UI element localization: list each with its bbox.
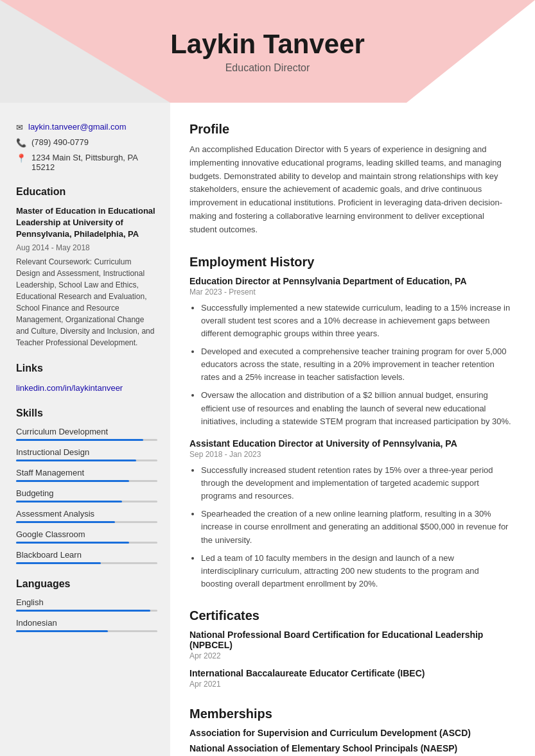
job-bullets: Successfully implemented a new statewide… xyxy=(189,302,513,428)
job-bullet: Successfully increased student retention… xyxy=(201,464,513,503)
phone-text: (789) 490-0779 xyxy=(31,137,89,147)
cert-date: Apr 2022 xyxy=(189,651,513,660)
employment-section-title: Employment History xyxy=(189,255,513,270)
location-icon: 📍 xyxy=(16,153,26,163)
education-section: Education Master of Education in Educati… xyxy=(16,186,157,348)
cert-date: Apr 2021 xyxy=(189,680,513,689)
job-bullet: Successfully implemented a new statewide… xyxy=(201,302,513,340)
phone-icon: 📞 xyxy=(16,138,26,148)
skill-item: Blackboard Learn xyxy=(16,550,157,564)
language-item: Indonesian xyxy=(16,618,157,632)
memberships-section-title: Memberships xyxy=(189,707,513,721)
profile-section-title: Profile xyxy=(189,122,513,137)
coursework-text: Curriculum Design and Assessment, Instru… xyxy=(16,257,154,347)
skill-item: Staff Management xyxy=(16,468,157,482)
skills-section-title: Skills xyxy=(16,408,157,419)
languages-section-title: Languages xyxy=(16,578,157,590)
contact-email: ✉ laykin.tanveer@gmail.com xyxy=(16,122,157,132)
candidate-title: Education Director xyxy=(170,62,365,74)
skill-item: Google Classroom xyxy=(16,529,157,544)
skills-section: Skills Curriculum Development Instructio… xyxy=(16,408,157,564)
job-bullet: Spearheaded the creation of a new online… xyxy=(201,508,513,546)
links-section: Links linkedin.com/in/laykintanveer xyxy=(16,363,157,393)
job-bullet: Oversaw the allocation and distribution … xyxy=(201,389,513,427)
skill-name: Staff Management xyxy=(16,468,157,477)
skill-bar-bg xyxy=(16,501,157,503)
skill-item: Assessment Analysis xyxy=(16,509,157,523)
skill-item: Curriculum Development xyxy=(16,427,157,441)
skill-name: Assessment Analysis xyxy=(16,509,157,519)
language-item: English xyxy=(16,597,157,612)
main-content: Profile An accomplished Education Direct… xyxy=(170,103,535,756)
certificates-section: Certificates National Professional Board… xyxy=(189,608,513,689)
education-section-title: Education xyxy=(16,186,157,198)
header-area: Laykin Tanveer Education Director xyxy=(0,0,535,103)
contact-phone: 📞 (789) 490-0779 xyxy=(16,137,157,148)
skill-bar-bg xyxy=(16,460,157,461)
language-bar-fill xyxy=(16,630,108,632)
certificates-section-title: Certificates xyxy=(189,608,513,623)
membership-item: Association for Supervision and Curricul… xyxy=(189,728,513,738)
header-content: Laykin Tanveer Education Director xyxy=(170,29,365,74)
memberships-section: Memberships Association for Supervision … xyxy=(189,707,513,753)
email-link[interactable]: laykin.tanveer@gmail.com xyxy=(28,122,127,132)
email-icon: ✉ xyxy=(16,123,23,132)
skills-list: Curriculum Development Instructional Des… xyxy=(16,427,157,564)
skill-name: Google Classroom xyxy=(16,529,157,539)
job-entry: Assistant Education Director at Universi… xyxy=(189,438,513,590)
job-title: Education Director at Pennsylvania Depar… xyxy=(189,276,513,286)
candidate-name: Laykin Tanveer xyxy=(170,29,365,60)
membership-item: National Association of Elementary Schoo… xyxy=(189,743,513,753)
job-entry: Education Director at Pennsylvania Depar… xyxy=(189,276,513,428)
memberships-list: Association for Supervision and Curricul… xyxy=(189,728,513,753)
contact-section: ✉ laykin.tanveer@gmail.com 📞 (789) 490-0… xyxy=(16,122,157,172)
contact-address: 📍 1234 Main St, Pittsburgh, PA 15212 xyxy=(16,153,157,172)
language-bar-bg xyxy=(16,630,157,632)
employment-section: Employment History Education Director at… xyxy=(189,255,513,591)
skill-item: Budgeting xyxy=(16,488,157,503)
language-name: English xyxy=(16,597,157,607)
links-section-title: Links xyxy=(16,363,157,374)
skill-bar-bg xyxy=(16,480,157,482)
job-bullet: Led a team of 10 faculty members in the … xyxy=(201,552,513,590)
resume-container: Laykin Tanveer Education Director ✉ layk… xyxy=(0,0,535,756)
skill-item: Instructional Design xyxy=(16,447,157,461)
header-triangle-right xyxy=(407,0,535,103)
skill-name: Budgeting xyxy=(16,488,157,498)
header-triangle-left xyxy=(0,0,170,103)
job-date: Sep 2018 - Jan 2023 xyxy=(189,450,513,459)
address-text: 1234 Main St, Pittsburgh, PA 15212 xyxy=(31,153,157,172)
language-name: Indonesian xyxy=(16,618,157,628)
linkedin-link[interactable]: linkedin.com/in/laykintanveer xyxy=(16,383,123,393)
skill-bar-fill xyxy=(16,501,122,503)
skill-name: Blackboard Learn xyxy=(16,550,157,560)
job-bullet: Developed and executed a comprehensive t… xyxy=(201,345,513,384)
body-layout: ✉ laykin.tanveer@gmail.com 📞 (789) 490-0… xyxy=(0,103,535,756)
job-date: Mar 2023 - Present xyxy=(189,288,513,296)
coursework-label: Relevant Coursework: xyxy=(16,257,92,266)
skill-bar-fill xyxy=(16,460,136,461)
skill-name: Curriculum Development xyxy=(16,427,157,436)
profile-section: Profile An accomplished Education Direct… xyxy=(189,122,513,237)
jobs-list: Education Director at Pennsylvania Depar… xyxy=(189,276,513,591)
edu-coursework: Relevant Coursework: Curriculum Design a… xyxy=(16,256,157,348)
certs-list: National Professional Board Certificatio… xyxy=(189,630,513,689)
skill-bar-fill xyxy=(16,439,143,441)
skill-bar-fill xyxy=(16,542,129,544)
skill-bar-bg xyxy=(16,439,157,441)
edu-degree: Master of Education in Educational Leade… xyxy=(16,205,157,241)
sidebar: ✉ laykin.tanveer@gmail.com 📞 (789) 490-0… xyxy=(0,103,170,756)
job-title: Assistant Education Director at Universi… xyxy=(189,438,513,449)
language-bar-bg xyxy=(16,610,157,612)
skill-bar-bg xyxy=(16,542,157,544)
skill-name: Instructional Design xyxy=(16,447,157,457)
skill-bar-fill xyxy=(16,521,115,523)
edu-date: Aug 2014 - May 2018 xyxy=(16,243,157,252)
languages-section: Languages English Indonesian xyxy=(16,578,157,632)
cert-title: International Baccalaureate Educator Cer… xyxy=(189,668,513,678)
skill-bar-bg xyxy=(16,562,157,564)
languages-list: English Indonesian xyxy=(16,597,157,632)
job-bullets: Successfully increased student retention… xyxy=(189,464,513,590)
language-bar-fill xyxy=(16,610,150,612)
cert-title: National Professional Board Certificatio… xyxy=(189,630,513,650)
